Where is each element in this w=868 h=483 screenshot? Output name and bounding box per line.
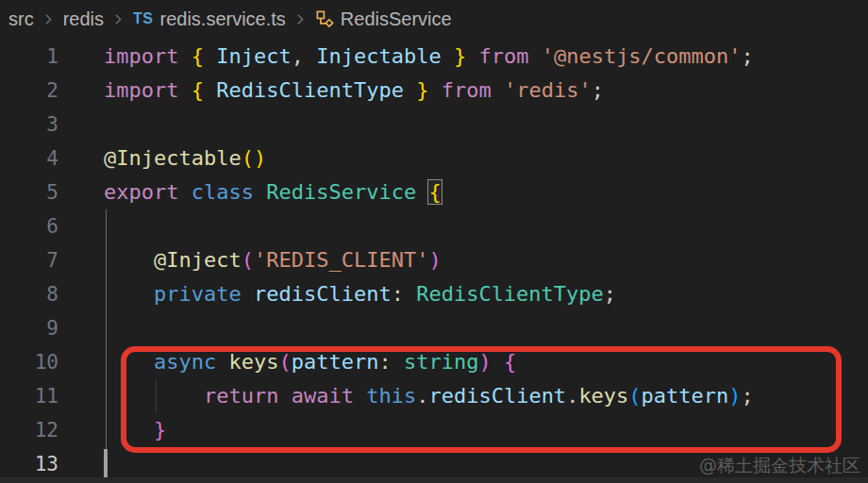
line-number[interactable]: 3	[0, 108, 58, 142]
code-text: async keys(pattern: string) {	[104, 345, 516, 379]
code-text: private redisClient: RedisClientType;	[104, 277, 616, 311]
code-text: return await this.redisClient.keys(patte…	[104, 379, 754, 413]
line-number[interactable]: 2	[0, 74, 58, 108]
code-line-3[interactable]: 3	[0, 108, 868, 142]
code-line-7[interactable]: 7 @Inject('REDIS_CLIENT')	[0, 243, 868, 277]
code-line-1[interactable]: 1import { Inject, Injectable } from '@ne…	[0, 40, 868, 74]
code-line-2[interactable]: 2import { RedisClientType } from 'redis'…	[0, 74, 868, 108]
code-line-11[interactable]: 11 return await this.redisClient.keys(pa…	[0, 379, 868, 413]
line-number[interactable]: 7	[0, 243, 58, 277]
chevron-right-icon	[41, 11, 57, 27]
code-text: export class RedisService {	[104, 175, 442, 209]
line-number[interactable]: 11	[0, 379, 58, 413]
text-cursor	[104, 449, 108, 479]
code-line-4[interactable]: 4@Injectable()	[0, 142, 868, 175]
code-area[interactable]: @稀土掘金技术社区 1import { Inject, Injectable }…	[0, 38, 868, 483]
indent-guide	[156, 379, 157, 413]
code-line-10[interactable]: 10 async keys(pattern: string) {	[0, 345, 868, 379]
breadcrumb-item-redisservice[interactable]: RedisService	[315, 0, 452, 38]
breadcrumb-item-src[interactable]: src	[8, 0, 34, 38]
code-line-12[interactable]: 12 }	[0, 413, 868, 447]
breadcrumb-item-redis[interactable]: redis	[63, 0, 104, 38]
line-number[interactable]: 4	[0, 142, 58, 175]
line-number[interactable]: 13	[0, 447, 58, 481]
code-text: import { RedisClientType } from 'redis';	[104, 74, 604, 108]
breadcrumb-label: redis	[63, 0, 104, 38]
breadcrumb-item-redis-service-ts[interactable]: TSredis.service.ts	[133, 0, 286, 38]
line-number[interactable]: 12	[0, 413, 58, 447]
code-text: }	[104, 413, 166, 447]
vscode-editor-window: srcredisTSredis.service.tsRedisService @…	[0, 0, 868, 483]
line-number[interactable]: 8	[0, 277, 58, 311]
code-line-5[interactable]: 5export class RedisService {	[0, 175, 868, 209]
code-text: @Inject('REDIS_CLIENT')	[104, 243, 442, 277]
breadcrumb-label: RedisService	[341, 0, 452, 38]
chevron-right-icon	[110, 11, 126, 27]
indent-guide	[106, 209, 107, 481]
chevron-right-icon	[292, 11, 309, 27]
line-number[interactable]: 9	[0, 311, 58, 345]
line-number[interactable]: 6	[0, 209, 58, 243]
line-number[interactable]: 1	[0, 40, 58, 74]
code-line-8[interactable]: 8 private redisClient: RedisClientType;	[0, 277, 868, 311]
breadcrumb: srcredisTSredis.service.tsRedisService	[0, 0, 868, 38]
code-line-9[interactable]: 9	[0, 311, 868, 345]
line-number[interactable]: 5	[0, 175, 58, 209]
breadcrumb-label: redis.service.ts	[159, 0, 285, 38]
horizontal-scrollbar-track[interactable]	[0, 477, 868, 483]
line-number[interactable]: 10	[0, 345, 58, 379]
class-symbol-icon	[315, 9, 335, 29]
code-text: @Injectable()	[104, 142, 266, 175]
code-line-13[interactable]: 13	[0, 447, 868, 481]
code-line-6[interactable]: 6	[0, 209, 868, 243]
code-text: import { Inject, Injectable } from '@nes…	[104, 40, 754, 74]
breadcrumb-label: src	[8, 0, 34, 38]
typescript-file-icon: TS	[133, 10, 153, 27]
